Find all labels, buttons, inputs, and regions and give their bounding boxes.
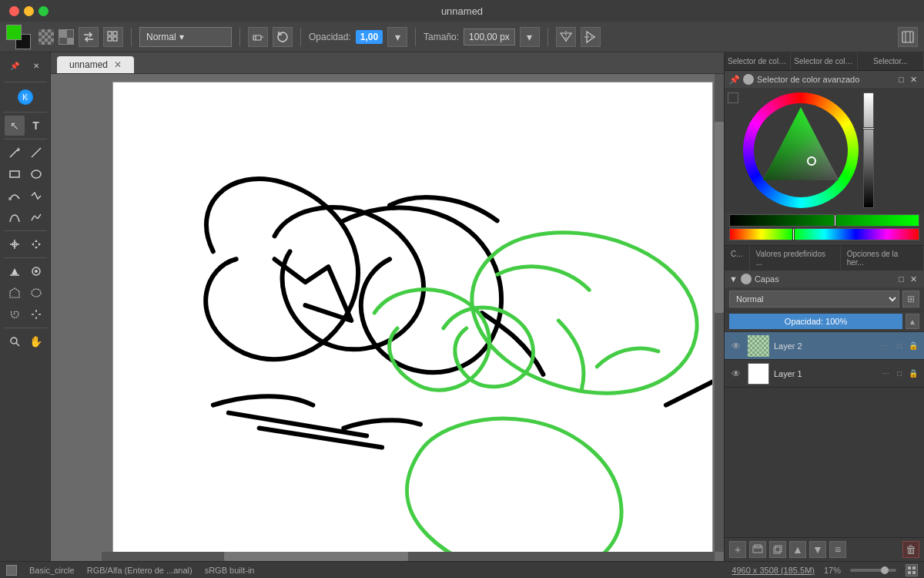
layers-close-btn[interactable]: ✕ (908, 274, 919, 284)
rect-tool[interactable] (5, 164, 25, 184)
move-layer-up-btn[interactable]: ▲ (789, 541, 806, 558)
settings-button[interactable] (898, 27, 918, 47)
delete-layer-btn[interactable]: 🗑 (902, 541, 919, 558)
minimize-button[interactable] (24, 6, 34, 16)
move-tool[interactable] (26, 234, 46, 254)
opacity-arrow-btn[interactable]: ▾ (387, 27, 407, 47)
size-value[interactable]: 100,00 px (464, 29, 515, 45)
layer-settings-btn[interactable]: ≡ (829, 541, 846, 558)
layers-section-header[interactable]: ▼ Capas □ ✕ (725, 271, 924, 287)
freehand-tool[interactable] (26, 207, 46, 227)
advanced-color-header[interactable]: 📌 Selector de color avanzado □ ✕ (725, 71, 924, 88)
layers-opacity-display[interactable]: Opacidad: 100% (729, 314, 902, 329)
pan-tool[interactable]: ✋ (26, 331, 46, 351)
tool-panel-close[interactable]: ✕ (26, 55, 46, 76)
layers-list: 👁 Layer 2 ⋯ □ 🔒 👁 Layer (725, 332, 924, 537)
ellipse-tool[interactable] (26, 164, 46, 184)
layers-tab-presets[interactable]: Valores predefinidos ... (750, 246, 841, 271)
maximize-button[interactable] (38, 6, 49, 16)
svg-line-31 (16, 343, 19, 346)
add-layer-btn[interactable]: + (729, 541, 746, 558)
tool-panel-pin[interactable]: 📌 (5, 55, 25, 76)
size-arrow-btn[interactable]: ▾ (520, 27, 540, 47)
close-button[interactable] (9, 6, 19, 16)
text-tool[interactable]: T (26, 116, 46, 136)
selection-tool-1[interactable] (5, 283, 25, 303)
horizontal-scrollbar-thumb[interactable] (224, 552, 408, 561)
blend-mode-dropdown[interactable]: Normal ▾ (139, 27, 232, 47)
canvas-tab[interactable]: unnamed ✕ (57, 56, 134, 73)
bezier-tool[interactable] (5, 207, 25, 227)
transform-tool[interactable] (5, 234, 25, 254)
color-swatches[interactable] (6, 25, 31, 49)
horizontal-scrollbar[interactable] (102, 552, 715, 561)
lightness-strip[interactable] (863, 92, 874, 208)
layer-2-action-3[interactable]: 🔒 (907, 340, 919, 352)
swap-colors-button[interactable] (79, 27, 99, 47)
vertical-scrollbar-thumb[interactable] (715, 122, 724, 313)
move-layer-down-btn[interactable]: ▼ (809, 541, 826, 558)
group-layer-btn[interactable] (749, 541, 766, 558)
magic-wand-tool[interactable] (26, 304, 46, 324)
layer-2-visibility[interactable]: 👁 (729, 339, 743, 353)
pattern-icon[interactable] (59, 29, 74, 45)
green-gradient-strip[interactable] (729, 214, 919, 227)
color-wheel-wrapper[interactable] (743, 92, 859, 208)
layer-1-visibility[interactable]: 👁 (729, 367, 743, 381)
lightness-thumb[interactable] (862, 127, 875, 129)
erase-button[interactable] (248, 27, 268, 47)
layers-tab-c[interactable]: C... (725, 246, 750, 271)
view-mode-btn[interactable] (906, 564, 918, 576)
layer-1-action-3[interactable]: 🔒 (907, 368, 919, 380)
flip-v-button[interactable] (581, 27, 601, 47)
color-tab-2[interactable]: Selector de color... (791, 52, 857, 70)
advanced-color-close[interactable]: ✕ (908, 75, 919, 85)
zoom-slider[interactable] (850, 569, 896, 572)
layer-1-action-1[interactable]: ⋯ (879, 368, 892, 380)
tool-row-shapes (5, 164, 46, 184)
grid-toggle-button[interactable] (103, 27, 123, 47)
layers-tab-options[interactable]: Opciones de la her... (841, 246, 924, 271)
zoom-tool[interactable] (5, 331, 25, 351)
opacity-value[interactable]: 1,00 (360, 32, 378, 42)
path-tool-1[interactable] (5, 186, 25, 206)
layer-2-action-1[interactable]: ⋯ (879, 340, 892, 352)
hue-thumb[interactable] (792, 228, 795, 240)
layer-item-2[interactable]: 👁 Layer 2 ⋯ □ 🔒 (725, 332, 924, 360)
hue-ring[interactable] (743, 92, 859, 208)
hue-strip[interactable] (729, 228, 919, 240)
path-tool-2[interactable] (26, 186, 46, 206)
canvas-tab-close[interactable]: ✕ (114, 59, 122, 70)
layer-1-action-2[interactable]: □ (893, 368, 906, 380)
advanced-color-expand[interactable]: □ (896, 75, 906, 85)
brush-tool[interactable] (5, 143, 25, 163)
flip-h-button[interactable] (556, 27, 576, 47)
background-color-swatch[interactable] (6, 25, 22, 40)
color-tab-1[interactable]: Selector de colo... (725, 52, 791, 70)
gradient-thumb[interactable] (834, 214, 836, 227)
canvas-drawing-area[interactable] (112, 82, 713, 561)
lasso-tool[interactable] (5, 304, 25, 324)
opacity-input-group[interactable]: 1,00 (356, 30, 383, 44)
layers-opacity-up[interactable]: ▲ (906, 314, 919, 329)
color-tab-3[interactable]: Selector... (858, 52, 924, 70)
color-picker-tabs: Selector de colo... Selector de color...… (725, 52, 924, 71)
sample-tool[interactable] (26, 261, 46, 281)
checkerboard-swatch[interactable] (38, 29, 54, 45)
duplicate-layer-btn[interactable] (769, 541, 786, 558)
selection-tool-2[interactable] (26, 283, 46, 303)
layers-expand-btn[interactable]: □ (896, 274, 906, 284)
canvas-scroll-area[interactable] (51, 74, 724, 561)
zoom-slider-thumb[interactable] (881, 566, 889, 574)
status-icon (6, 565, 17, 576)
layers-blend-mode-select[interactable]: Normal (729, 291, 899, 307)
layer-item-1[interactable]: 👁 Layer 1 ⋯ □ 🔒 (725, 360, 924, 388)
line-tool[interactable] (26, 143, 46, 163)
layers-filter-btn[interactable]: ⊞ (902, 291, 919, 307)
reset-button[interactable] (273, 27, 293, 47)
pointer-tool[interactable]: ↖ (5, 116, 25, 136)
fill-tool[interactable] (5, 261, 25, 281)
layer-2-action-2[interactable]: □ (893, 340, 906, 352)
vertical-scrollbar[interactable] (715, 74, 724, 552)
color-preset-1[interactable] (728, 92, 738, 103)
